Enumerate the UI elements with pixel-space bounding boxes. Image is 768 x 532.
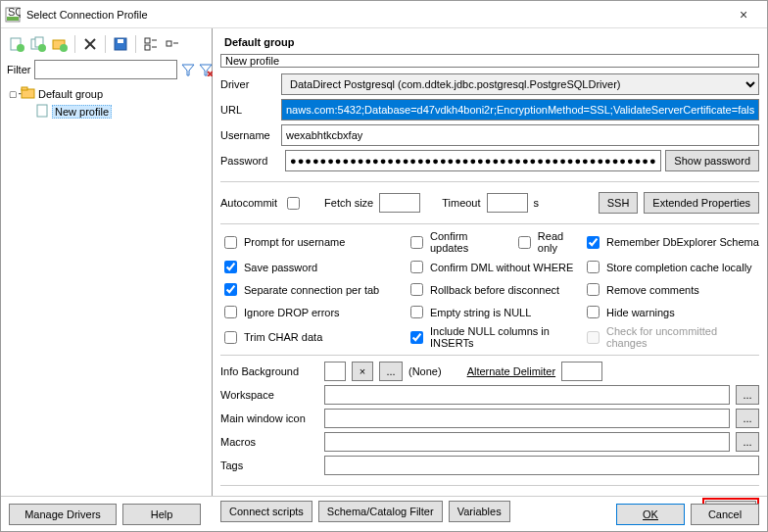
window-title: Select Connection Profile [26, 9, 724, 21]
clear-swatch-button[interactable]: × [352, 362, 373, 381]
macros-label: Macros [220, 436, 318, 448]
info-bg-none: (None) [408, 365, 442, 377]
driver-label: Driver [220, 78, 281, 90]
ssh-button[interactable]: SSH [599, 192, 639, 214]
profile-icon [34, 104, 50, 120]
titlebar: SQL Select Connection Profile × [1, 1, 767, 28]
autocommit-label: Autocommit [220, 197, 277, 209]
macros-input[interactable] [324, 432, 730, 452]
collapse-tree-icon[interactable] [163, 34, 182, 54]
workspace-label: Workspace [220, 389, 318, 401]
save-icon[interactable] [111, 34, 130, 54]
toolbar-separator [74, 35, 75, 53]
username-input[interactable] [281, 124, 759, 146]
group-title: Default group [224, 36, 759, 48]
timeout-input[interactable] [487, 193, 528, 213]
timeout-unit: s [534, 197, 540, 209]
footer: Manage Drivers Help OK Cancel [1, 496, 767, 531]
tree-child[interactable]: New profile [7, 103, 206, 121]
delete-icon[interactable] [80, 34, 100, 54]
separate-connection-checkbox[interactable]: Separate connection per tab [220, 280, 407, 299]
filter-clear-icon[interactable] [199, 60, 213, 79]
prompt-username-checkbox[interactable]: Prompt for username [220, 230, 407, 254]
svg-marker-20 [182, 65, 194, 75]
close-icon[interactable]: × [724, 7, 763, 23]
main-icon-browse-button[interactable]: ... [736, 409, 759, 428]
show-password-button[interactable]: Show password [665, 150, 759, 171]
empty-null-checkbox[interactable]: Empty string is NULL [407, 303, 583, 321]
divider [220, 355, 759, 356]
fetch-size-label: Fetch size [324, 197, 373, 209]
right-panel: Default group Driver DataDirect Postgres… [213, 28, 767, 496]
help-button[interactable]: Help [122, 504, 201, 525]
filter-input[interactable] [34, 60, 177, 79]
password-label: Password [220, 155, 281, 167]
extended-properties-button[interactable]: Extended Properties [644, 192, 759, 214]
swatch[interactable] [324, 362, 346, 381]
profile-tree[interactable]: ▢⁃ Default group New profile [7, 83, 206, 492]
fetch-size-input[interactable] [379, 193, 420, 213]
read-only-checkbox[interactable]: Read only [514, 230, 583, 254]
svg-rect-15 [145, 45, 150, 50]
password-input[interactable] [285, 150, 661, 171]
remember-schema-checkbox[interactable]: Remember DbExplorer Schema [583, 230, 759, 254]
tree-collapse-icon[interactable]: ▢⁃ [9, 89, 21, 99]
check-uncommitted-checkbox: Check for uncommitted changes [583, 325, 759, 349]
tags-label: Tags [220, 459, 318, 471]
svg-point-7 [38, 44, 46, 52]
folder-icon [21, 86, 36, 102]
svg-point-4 [17, 44, 24, 52]
expand-tree-icon[interactable] [141, 34, 161, 54]
info-bg-label: Info Background [220, 365, 318, 377]
autocommit-checkbox[interactable] [287, 197, 300, 210]
svg-point-9 [60, 44, 68, 52]
main-icon-input[interactable] [324, 409, 730, 428]
svg-rect-18 [167, 41, 171, 46]
trim-char-checkbox[interactable]: Trim CHAR data [220, 325, 407, 349]
divider [220, 485, 759, 486]
toolbar-separator [105, 35, 106, 53]
ok-button[interactable]: OK [616, 504, 685, 525]
tree-child-label: New profile [52, 105, 112, 119]
macros-browse-button[interactable]: ... [736, 432, 759, 452]
workspace-input[interactable] [324, 385, 730, 405]
store-completion-checkbox[interactable]: Store completion cache locally [583, 258, 759, 276]
remove-comments-checkbox[interactable]: Remove comments [583, 280, 759, 299]
divider [220, 181, 759, 182]
rollback-checkbox[interactable]: Rollback before disconnect [407, 280, 583, 299]
svg-rect-25 [22, 87, 27, 90]
save-password-checkbox[interactable]: Save password [220, 258, 407, 276]
app-icon: SQL [5, 7, 21, 23]
pick-color-button[interactable]: ... [379, 362, 403, 381]
tree-root-label: Default group [38, 88, 103, 100]
hide-warnings-checkbox[interactable]: Hide warnings [583, 303, 759, 321]
alt-delimiter-input[interactable] [561, 362, 602, 381]
cancel-button[interactable]: Cancel [691, 504, 759, 525]
username-label: Username [220, 129, 281, 141]
tags-input[interactable] [324, 456, 759, 475]
copy-profile-icon[interactable] [28, 34, 48, 54]
driver-select[interactable]: DataDirect Postgresql (com.ddtek.jdbc.po… [281, 73, 759, 95]
profile-toolbar [7, 32, 206, 56]
filter-funnel-icon[interactable] [181, 60, 195, 79]
svg-rect-14 [145, 38, 150, 43]
new-profile-icon[interactable] [7, 34, 26, 54]
confirm-updates-checkbox[interactable]: Confirm updates [407, 230, 504, 254]
url-label: URL [220, 104, 281, 116]
ignore-drop-checkbox[interactable]: Ignore DROP errors [220, 303, 407, 321]
tree-root[interactable]: ▢⁃ Default group [7, 85, 206, 103]
include-null-checkbox[interactable]: Include NULL columns in INSERTs [407, 325, 583, 349]
svg-rect-26 [37, 105, 47, 117]
new-folder-icon[interactable] [50, 34, 70, 54]
svg-rect-2 [7, 17, 19, 21]
main-icon-label: Main window icon [220, 412, 318, 424]
url-input[interactable] [281, 99, 759, 121]
toolbar-separator [135, 35, 136, 53]
timeout-label: Timeout [442, 197, 480, 209]
divider [220, 223, 759, 224]
confirm-dml-checkbox[interactable]: Confirm DML without WHERE [407, 258, 583, 276]
profile-name-input[interactable] [220, 54, 759, 68]
manage-drivers-button[interactable]: Manage Drivers [9, 504, 117, 525]
workspace-browse-button[interactable]: ... [736, 385, 759, 405]
svg-rect-13 [118, 39, 123, 43]
